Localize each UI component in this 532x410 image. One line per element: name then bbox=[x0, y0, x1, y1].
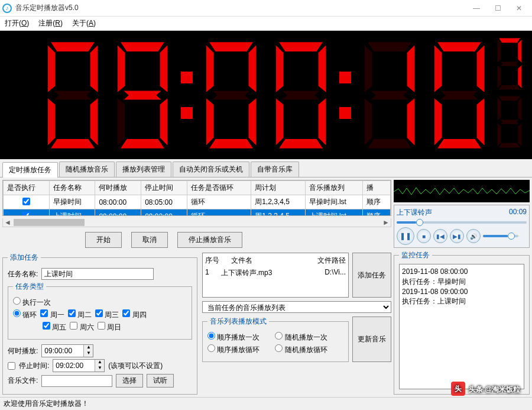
svg-marker-13 bbox=[124, 91, 161, 99]
waveform-display bbox=[394, 180, 530, 202]
add-task-fieldset: 添加任务 任务名称: 任务类型 执行一次 循环 周一 周二 bbox=[2, 253, 197, 395]
svg-marker-53 bbox=[498, 124, 501, 146]
svg-marker-23 bbox=[319, 98, 326, 145]
svg-marker-38 bbox=[437, 138, 481, 148]
menu-register[interactable]: 注册(R) bbox=[38, 18, 63, 28]
svg-marker-46 bbox=[498, 66, 501, 88]
task-table: 是否执行 任务名称 何时播放 停止时间 任务是否循环 周计划 音乐播放列 播 早… bbox=[2, 180, 391, 216]
chk-sat[interactable]: 周六 bbox=[70, 322, 93, 332]
next-button[interactable]: ▶▮ bbox=[450, 229, 464, 243]
svg-marker-43 bbox=[518, 40, 521, 62]
table-header-row: 是否执行 任务名称 何时播放 停止时间 任务是否循环 周计划 音乐播放列 播 bbox=[4, 181, 391, 195]
titlebar: ♪ 音乐定时播放器v5.0 — ☐ ✕ bbox=[0, 0, 532, 17]
minimize-button[interactable]: — bbox=[466, 1, 487, 16]
svg-marker-31 bbox=[368, 138, 411, 148]
volume-icon[interactable]: 🔊 bbox=[466, 229, 481, 243]
svg-marker-20 bbox=[212, 91, 249, 99]
chk-tue[interactable]: 周二 bbox=[68, 309, 92, 320]
svg-marker-0 bbox=[51, 42, 95, 51]
svg-marker-10 bbox=[121, 138, 164, 148]
svg-marker-4 bbox=[48, 98, 56, 145]
monitor-fieldset: 监控任务 2019-11-08 08:00:00 执行任务：早操时间 2019-… bbox=[394, 250, 530, 395]
stop-button[interactable]: ■ bbox=[417, 229, 431, 243]
exec-checkbox[interactable] bbox=[22, 212, 30, 217]
svg-marker-18 bbox=[206, 98, 214, 145]
table-row[interactable]: 上课时间 09:00:00 09:02:00 循环 周1,2,3,4,5 上课时… bbox=[4, 209, 391, 217]
svg-marker-21 bbox=[279, 42, 323, 51]
add-task-button[interactable]: 添加任务 bbox=[352, 253, 391, 298]
svg-marker-7 bbox=[121, 42, 164, 51]
start-button[interactable]: 开始 bbox=[85, 232, 122, 248]
menubar: 打开(O) 注册(R) 关于(A) bbox=[0, 17, 532, 31]
table-row[interactable]: 早操时间 08:00:00 08:05:00 循环 周1,2,3,4,5 早操时… bbox=[4, 195, 391, 209]
audio-player: 上下课铃声 00:09 ❚❚ ■ ▮◀ ▶▮ 🔊 bbox=[394, 205, 530, 248]
svg-marker-36 bbox=[477, 45, 485, 92]
seek-slider[interactable] bbox=[397, 221, 527, 224]
preview-button[interactable]: 试听 bbox=[147, 374, 174, 388]
radio-seq-loop[interactable]: 顺序播放循环 bbox=[207, 344, 259, 355]
svg-marker-51 bbox=[518, 124, 521, 146]
svg-marker-27 bbox=[282, 91, 319, 99]
chk-sun[interactable]: 周日 bbox=[98, 322, 121, 332]
menu-about[interactable]: 关于(A) bbox=[72, 18, 96, 28]
chk-mon[interactable]: 周一 bbox=[40, 309, 64, 320]
svg-marker-50 bbox=[518, 98, 521, 120]
tab-library[interactable]: 自带音乐库 bbox=[251, 162, 299, 177]
cancel-button[interactable]: 取消 bbox=[131, 232, 168, 248]
stop-time-checkbox[interactable] bbox=[8, 362, 15, 370]
svg-marker-44 bbox=[518, 66, 521, 88]
radio-rand-once[interactable]: 随机播放一次 bbox=[275, 332, 327, 343]
svg-marker-54 bbox=[498, 98, 501, 120]
tab-random[interactable]: 随机播放音乐 bbox=[59, 162, 115, 177]
tab-playlist-mgr[interactable]: 播放列表管理 bbox=[116, 162, 171, 177]
pause-button[interactable]: ❚❚ bbox=[397, 227, 414, 245]
svg-marker-35 bbox=[437, 42, 481, 51]
prev-button[interactable]: ▮◀ bbox=[433, 229, 447, 243]
volume-slider[interactable] bbox=[483, 235, 518, 237]
svg-marker-24 bbox=[279, 138, 323, 148]
track-name: 上下课铃声 bbox=[397, 208, 432, 218]
when-time-input[interactable]: ▲▼ bbox=[41, 344, 93, 357]
maximize-button[interactable]: ☐ bbox=[487, 1, 508, 16]
svg-marker-26 bbox=[276, 45, 284, 92]
update-music-button[interactable]: 更新音乐 bbox=[352, 317, 391, 362]
close-button[interactable]: ✕ bbox=[508, 1, 530, 16]
chk-wed[interactable]: 周三 bbox=[95, 309, 119, 320]
chk-fri[interactable]: 周五 bbox=[43, 322, 66, 332]
svg-marker-5 bbox=[48, 45, 56, 92]
svg-marker-49 bbox=[499, 96, 520, 101]
svg-marker-9 bbox=[160, 98, 168, 145]
exec-checkbox[interactable] bbox=[22, 198, 30, 205]
playlist-box[interactable]: 序号 文件名 文件路径 1 上下课铃声.mp3 D:\Vi... bbox=[202, 253, 349, 298]
svg-marker-11 bbox=[118, 98, 125, 145]
clock-display bbox=[0, 31, 532, 159]
task-name-input[interactable] bbox=[41, 268, 154, 280]
tab-autoclose[interactable]: 自动关闭音乐或关机 bbox=[173, 162, 249, 177]
svg-marker-25 bbox=[276, 98, 284, 145]
menu-open[interactable]: 打开(O) bbox=[5, 18, 29, 28]
playlist-select[interactable]: 当前任务的音乐播放列表 bbox=[202, 301, 391, 313]
music-file-input[interactable] bbox=[41, 375, 112, 387]
radio-once[interactable]: 执行一次 bbox=[13, 297, 51, 308]
svg-marker-12 bbox=[118, 45, 125, 92]
radio-seq-once[interactable]: 顺序播放一次 bbox=[207, 332, 259, 343]
chk-thu[interactable]: 周四 bbox=[122, 309, 146, 320]
svg-marker-29 bbox=[407, 45, 415, 92]
svg-marker-17 bbox=[209, 138, 253, 148]
horizontal-scrollbar[interactable]: ◄► bbox=[2, 218, 391, 227]
radio-rand-loop[interactable]: 随机播放循环 bbox=[275, 344, 327, 355]
svg-marker-14 bbox=[209, 42, 253, 51]
svg-marker-32 bbox=[365, 98, 372, 145]
radio-loop[interactable]: 循环 bbox=[13, 309, 37, 320]
select-file-button[interactable]: 选择 bbox=[116, 374, 143, 388]
window-title: 音乐定时播放器v5.0 bbox=[15, 3, 466, 13]
svg-marker-8 bbox=[160, 45, 168, 92]
svg-marker-45 bbox=[499, 85, 520, 90]
monitor-log[interactable]: 2019-11-08 08:00:00 执行任务：早操时间 2019-11-08… bbox=[399, 264, 524, 389]
stop-music-button[interactable]: 停止播放音乐 bbox=[177, 232, 242, 248]
play-mode-fieldset: 音乐列表播放模式 顺序播放一次 随机播放一次 顺序播放循环 随机播放循环 bbox=[202, 317, 349, 362]
tab-scheduled[interactable]: 定时播放任务 bbox=[2, 162, 58, 177]
stop-time-input[interactable]: ▲▼ bbox=[53, 359, 105, 372]
svg-marker-15 bbox=[249, 45, 257, 92]
svg-marker-2 bbox=[90, 98, 98, 145]
